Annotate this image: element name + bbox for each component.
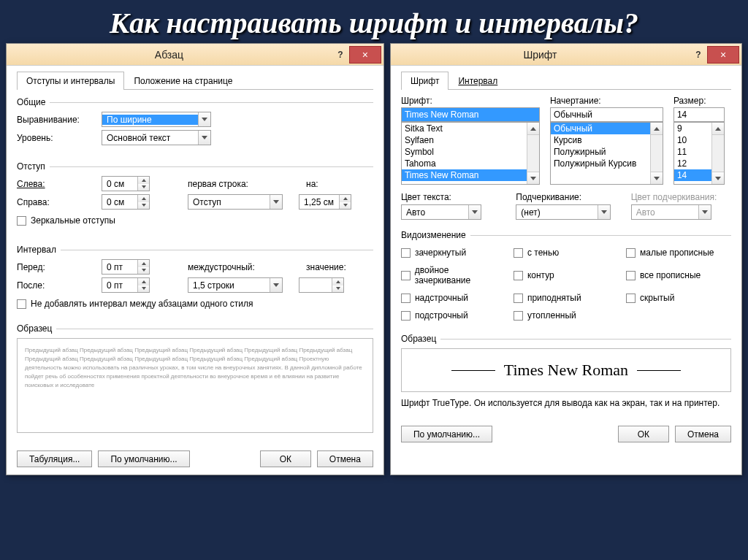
smallcaps-checkbox[interactable]: малые прописные	[626, 248, 731, 258]
section-interval: Интервал	[17, 245, 56, 255]
underline-combo[interactable]: (нет)	[516, 204, 611, 220]
section-effects: Видоизменение	[401, 230, 466, 240]
by-label: на:	[306, 179, 350, 189]
tab-interval[interactable]: Интервал	[449, 72, 507, 90]
list-item[interactable]: Курсив	[551, 134, 650, 146]
list-item[interactable]: 11	[674, 146, 711, 158]
paragraph-title: Абзац	[7, 49, 332, 61]
spin-up-icon[interactable]	[332, 278, 343, 285]
scroll-up-icon[interactable]	[651, 123, 663, 135]
list-item[interactable]: 14	[674, 169, 711, 181]
list-item[interactable]: 9	[674, 123, 711, 134]
scroll-up-icon[interactable]	[527, 123, 539, 135]
scroll-up-icon[interactable]	[712, 123, 724, 135]
font-listbox[interactable]: Sitka Text Sylfaen Symbol Tahoma Times N…	[401, 122, 540, 185]
help-button[interactable]: ?	[690, 50, 707, 60]
shadow-checkbox[interactable]: с тенью	[514, 248, 619, 258]
list-item[interactable]: 10	[674, 134, 711, 146]
list-item[interactable]: Полужирный Курсив	[551, 158, 650, 169]
level-combo[interactable]: Основной текст	[102, 130, 211, 145]
close-button[interactable]: ×	[349, 46, 381, 64]
color-combo[interactable]: Авто	[401, 204, 481, 220]
list-item[interactable]: Полужирный	[551, 146, 650, 158]
before-spinner[interactable]: 0 пт	[102, 259, 150, 275]
by-spinner[interactable]: 1,25 см	[299, 194, 351, 210]
emboss-checkbox[interactable]: приподнятый	[514, 293, 619, 303]
spin-down-icon[interactable]	[138, 267, 149, 275]
tab-indents[interactable]: Отступы и интервалы	[17, 72, 124, 90]
tab-font[interactable]: Шрифт	[401, 72, 449, 90]
left-spinner[interactable]: 0 см	[102, 176, 150, 191]
list-item[interactable]: Tahoma	[402, 158, 527, 169]
size-textbox[interactable]: 14	[673, 107, 725, 122]
chevron-down-icon[interactable]	[198, 112, 210, 126]
firstline-label: первая строка:	[188, 179, 275, 189]
help-button[interactable]: ?	[332, 50, 349, 60]
spin-down-icon[interactable]	[138, 202, 149, 210]
section-sample: Образец	[401, 334, 436, 344]
scroll-down-icon[interactable]	[527, 172, 539, 184]
close-button[interactable]: ×	[707, 46, 739, 64]
chevron-down-icon	[698, 205, 711, 219]
mirror-checkbox[interactable]: Зеркальные отступы	[17, 215, 115, 226]
before-label: Перед:	[17, 262, 97, 272]
list-item[interactable]: Обычный	[551, 123, 650, 134]
nospace-checkbox[interactable]: Не добавлять интервал между абзацами одн…	[17, 299, 253, 309]
subscript-checkbox[interactable]: подстрочный	[401, 310, 506, 321]
size-listbox[interactable]: 9 10 11 12 14	[673, 122, 725, 185]
spin-up-icon[interactable]	[138, 278, 149, 285]
linespacing-combo[interactable]: 1,5 строки	[188, 277, 283, 293]
default-button[interactable]: По умолчанию...	[401, 426, 492, 442]
spin-up-icon[interactable]	[340, 195, 351, 202]
color-label: Цвет текста:	[401, 192, 501, 202]
default-button[interactable]: По умолчанию...	[98, 450, 189, 467]
list-item[interactable]: Sitka Text	[402, 123, 527, 134]
cancel-button[interactable]: Отмена	[317, 450, 373, 467]
spin-down-icon[interactable]	[138, 184, 149, 191]
tab-position[interactable]: Положение на странице	[124, 72, 242, 90]
chevron-down-icon[interactable]	[270, 278, 282, 292]
after-spinner[interactable]: 0 пт	[102, 277, 150, 293]
scroll-down-icon[interactable]	[651, 172, 663, 184]
alignment-label: Выравнивание:	[17, 115, 97, 125]
list-item[interactable]: Times New Roman	[402, 169, 527, 181]
spin-down-icon[interactable]	[138, 285, 149, 293]
superscript-checkbox[interactable]: надстрочный	[401, 293, 506, 303]
font-title: Шрифт	[391, 49, 690, 61]
spin-down-icon[interactable]	[340, 202, 351, 210]
section-sample: Образец	[17, 323, 52, 334]
allcaps-checkbox[interactable]: все прописные	[626, 265, 731, 285]
list-item[interactable]: Symbol	[402, 146, 527, 158]
underline-label: Подчеркивание:	[516, 192, 616, 202]
list-item[interactable]: Sylfaen	[402, 134, 527, 146]
font-textbox[interactable]: Times New Roman	[401, 107, 540, 122]
doublestrike-checkbox[interactable]: двойное зачеркивание	[401, 265, 506, 285]
list-item[interactable]: 12	[674, 158, 711, 169]
chevron-down-icon[interactable]	[198, 131, 210, 145]
chevron-down-icon[interactable]	[598, 205, 610, 219]
spin-up-icon[interactable]	[138, 260, 149, 267]
spin-down-icon[interactable]	[332, 285, 343, 293]
ok-button[interactable]: ОК	[618, 426, 669, 442]
spin-up-icon[interactable]	[138, 177, 149, 184]
tabs-button[interactable]: Табуляция...	[17, 450, 92, 467]
chevron-down-icon[interactable]	[270, 195, 282, 209]
ucolor-label: Цвет подчеркивания:	[631, 192, 731, 202]
style-listbox[interactable]: Обычный Курсив Полужирный Полужирный Кур…	[550, 122, 663, 185]
outline-checkbox[interactable]: контур	[514, 265, 619, 285]
style-textbox[interactable]: Обычный	[550, 107, 663, 122]
linespacing-label: междустрочный:	[188, 262, 275, 272]
paragraph-tabs: Отступы и интервалы Положение на страниц…	[17, 72, 373, 90]
right-spinner[interactable]: 0 см	[102, 194, 150, 210]
chevron-down-icon[interactable]	[468, 205, 481, 219]
alignment-combo[interactable]: По ширине	[102, 112, 211, 127]
hidden-checkbox[interactable]: скрытый	[626, 293, 731, 303]
ok-button[interactable]: ОК	[260, 450, 311, 467]
scroll-down-icon[interactable]	[712, 172, 724, 184]
cancel-button[interactable]: Отмена	[675, 426, 731, 442]
strike-checkbox[interactable]: зачеркнутый	[401, 248, 506, 258]
spin-up-icon[interactable]	[138, 195, 149, 202]
firstline-combo[interactable]: Отступ	[188, 194, 283, 210]
linevalue-spinner[interactable]	[299, 277, 344, 293]
engrave-checkbox[interactable]: утопленный	[514, 310, 619, 321]
